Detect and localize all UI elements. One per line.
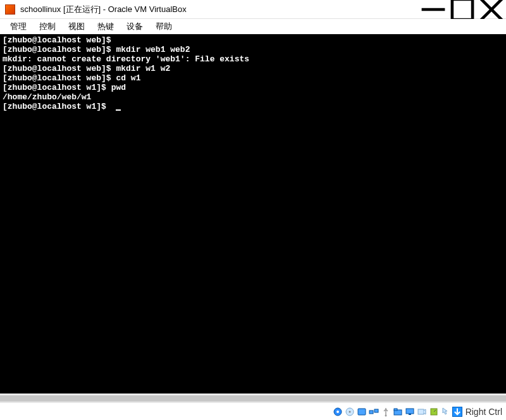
virtualbox-icon: [5, 4, 15, 15]
svg-rect-13: [394, 409, 397, 411]
terminal-line: [zhubo@localhost w1]$ pwd: [3, 83, 503, 92]
display-icon[interactable]: [404, 406, 416, 417]
svg-point-7: [349, 411, 350, 412]
menu-control[interactable]: 控制: [33, 20, 62, 34]
scrollbar-thumb[interactable]: [0, 395, 506, 402]
svg-rect-10: [374, 409, 378, 412]
window-title: schoollinux [正在运行] - Oracle VM VirtualBo…: [20, 4, 419, 15]
window-titlebar: schoollinux [正在运行] - Oracle VM VirtualBo…: [0, 0, 506, 19]
terminal-line: [zhubo@localhost web]$: [3, 35, 503, 45]
menu-devices[interactable]: 设备: [120, 20, 149, 34]
menu-view[interactable]: 视图: [62, 20, 91, 34]
close-button[interactable]: [477, 0, 506, 19]
maximize-button[interactable]: [448, 0, 477, 19]
hostkey-label: Right Ctrl: [466, 407, 502, 417]
terminal-cursor: [116, 109, 121, 111]
terminal-line: mkdir: cannot create directory 'web1': F…: [3, 54, 503, 64]
terminal-line: [zhubo@localhost web]$ mkdir w1 w2: [3, 64, 503, 73]
svg-rect-16: [418, 409, 424, 414]
cpu-icon[interactable]: [428, 406, 440, 417]
terminal-line: [zhubo@localhost web]$ mkdir web1 web2: [3, 45, 503, 54]
recording-icon[interactable]: [416, 406, 428, 417]
menu-help[interactable]: 帮助: [149, 20, 178, 34]
svg-rect-9: [369, 411, 373, 414]
optical-icon[interactable]: [344, 406, 355, 417]
horizontal-scrollbar[interactable]: [0, 393, 506, 402]
harddisk-icon[interactable]: [332, 406, 343, 417]
menu-hotkeys[interactable]: 热键: [91, 20, 120, 34]
audio-icon[interactable]: [356, 406, 367, 417]
mouse-integration-icon[interactable]: [440, 406, 452, 417]
usb-icon[interactable]: [380, 406, 392, 417]
menubar: 管理 控制 视图 热键 设备 帮助: [0, 19, 506, 34]
svg-rect-14: [406, 409, 414, 414]
minimize-button[interactable]: [419, 0, 448, 19]
terminal-viewport[interactable]: [zhubo@localhost web]$ [zhubo@localhost …: [0, 34, 506, 393]
menu-manage[interactable]: 管理: [4, 20, 33, 34]
svg-point-5: [336, 411, 339, 413]
svg-rect-1: [452, 0, 472, 20]
shared-folder-icon[interactable]: [392, 406, 404, 417]
svg-rect-8: [358, 409, 366, 415]
network-icon[interactable]: [368, 406, 379, 417]
statusbar: Right Ctrl: [0, 402, 506, 420]
svg-rect-15: [409, 414, 411, 415]
terminal-line: [zhubo@localhost web]$ cd w1: [3, 73, 503, 83]
terminal-line: [zhubo@localhost w1]$: [3, 102, 503, 111]
terminal-line: /home/zhubo/web/w1: [3, 92, 503, 102]
hostkey-arrow-icon: [452, 407, 462, 417]
svg-point-11: [385, 414, 386, 416]
